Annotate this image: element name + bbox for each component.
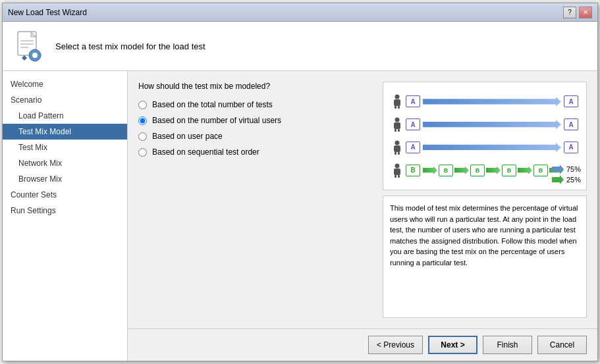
svg-marker-29 — [560, 165, 564, 174]
sidebar-item-test-mix[interactable]: Test Mix — [3, 140, 127, 155]
person-icon-3 — [391, 140, 403, 155]
header-title: Select a test mix model for the load tes… — [55, 41, 205, 51]
description-area: This model of test mix determines the pe… — [383, 195, 587, 318]
badge-a1: A — [406, 95, 420, 107]
svg-point-6 — [32, 53, 38, 58]
option-virtual-users[interactable]: Based on the number of virtual users — [138, 116, 375, 125]
svg-point-12 — [395, 95, 400, 99]
option-total-tests[interactable]: Based on the total number of tests — [138, 100, 375, 109]
sidebar-item-run-settings[interactable]: Run Settings — [3, 203, 127, 219]
legend-item-75: 75% — [552, 165, 581, 174]
option-sequential[interactable]: Based on sequential test order — [138, 147, 375, 157]
radio-total-tests[interactable] — [138, 101, 147, 109]
svg-rect-25 — [394, 169, 400, 175]
option-virtual-users-label: Based on the number of virtual users — [152, 116, 281, 125]
svg-point-20 — [395, 140, 400, 145]
badge-a4: A — [564, 118, 578, 130]
diagram-row-1: A A — [391, 93, 578, 109]
arrow-large-3 — [423, 143, 561, 152]
content-area: Welcome Scenario Load Pattern Test Mix M… — [3, 71, 597, 361]
help-button[interactable]: ? — [563, 7, 576, 18]
sidebar-item-welcome[interactable]: Welcome — [3, 76, 127, 92]
sidebar-item-load-pattern[interactable]: Load Pattern — [3, 108, 127, 124]
diagram-area: A A — [383, 82, 587, 190]
badge-b4: B — [502, 165, 516, 176]
arrow-small-3 — [486, 167, 501, 174]
main-window: New Load Test Wizard ? ✕ — [2, 3, 598, 361]
legend-area: 75% 25% — [552, 165, 581, 184]
option-total-tests-label: Based on the total number of tests — [152, 100, 273, 109]
window-title: New Load Test Wizard — [8, 8, 87, 17]
person-icon-4 — [391, 163, 403, 178]
diagram-row-2: A A — [391, 117, 578, 132]
svg-rect-23 — [398, 152, 400, 155]
badge-a5: A — [406, 142, 420, 153]
svg-rect-27 — [398, 175, 400, 178]
radio-group: Based on the total number of tests Based… — [138, 100, 375, 157]
badge-a2: A — [564, 95, 578, 107]
option-user-pace[interactable]: Based on user pace — [138, 132, 375, 141]
svg-rect-13 — [394, 99, 400, 106]
main-panel: How should the test mix be modeled? Base… — [128, 71, 597, 361]
svg-rect-18 — [395, 129, 396, 132]
svg-rect-22 — [395, 152, 396, 155]
question-text: How should the test mix be modeled? — [138, 82, 375, 91]
title-bar-buttons: ? ✕ — [563, 7, 592, 18]
radio-user-pace[interactable] — [138, 132, 147, 141]
arrow-small-4 — [518, 167, 532, 174]
svg-rect-28 — [552, 167, 560, 172]
badge-a6: A — [564, 142, 578, 153]
svg-point-24 — [395, 163, 400, 168]
legend-label-75: 75% — [566, 165, 581, 173]
badge-b2: B — [439, 165, 453, 176]
sidebar-item-test-mix-model[interactable]: Test Mix Model — [3, 124, 127, 140]
previous-button[interactable]: < Previous — [368, 336, 423, 354]
svg-rect-14 — [395, 106, 396, 109]
diagram-row-4: B B B B B — [391, 163, 578, 178]
next-button[interactable]: Next > — [428, 336, 477, 354]
header: Select a test mix model for the load tes… — [3, 22, 597, 71]
svg-rect-21 — [394, 145, 400, 152]
svg-rect-9 — [28, 55, 31, 56]
option-sequential-label: Based on sequential test order — [152, 147, 259, 157]
sidebar-item-network-mix[interactable]: Network Mix — [3, 155, 127, 171]
sidebar-item-scenario[interactable]: Scenario — [3, 92, 127, 108]
arrow-large-2 — [423, 120, 561, 129]
arrow-small-2 — [454, 167, 469, 174]
wizard-icon — [13, 30, 45, 62]
left-panel: How should the test mix be modeled? Base… — [138, 82, 375, 318]
finish-button[interactable]: Finish — [483, 336, 532, 354]
option-user-pace-label: Based on user pace — [152, 132, 223, 141]
sidebar-item-counter-sets[interactable]: Counter Sets — [3, 187, 127, 203]
diagram-row-3: A A — [391, 140, 578, 155]
person-icon-2 — [391, 117, 403, 132]
badge-b3: B — [470, 165, 485, 176]
legend-label-25: 25% — [566, 176, 581, 184]
title-bar: New Load Test Wizard ? ✕ — [3, 3, 597, 22]
arrow-large-1 — [423, 97, 561, 106]
legend-item-25: 25% — [552, 175, 581, 184]
radio-virtual-users[interactable] — [138, 117, 147, 125]
svg-rect-19 — [398, 129, 400, 132]
right-panel: A A — [383, 82, 587, 318]
main-content: How should the test mix be modeled? Base… — [128, 71, 597, 328]
svg-rect-30 — [552, 177, 560, 182]
svg-marker-31 — [560, 175, 564, 184]
svg-rect-7 — [34, 49, 36, 51]
svg-rect-17 — [394, 122, 400, 129]
svg-rect-26 — [395, 175, 396, 178]
badge-a3: A — [406, 118, 420, 130]
person-icon-1 — [391, 93, 403, 109]
sidebar: Welcome Scenario Load Pattern Test Mix M… — [3, 71, 128, 361]
svg-rect-10 — [39, 55, 41, 56]
radio-sequential[interactable] — [138, 148, 147, 157]
svg-point-16 — [395, 118, 400, 122]
sidebar-item-browser-mix[interactable]: Browser Mix — [3, 171, 127, 187]
close-button[interactable]: ✕ — [579, 7, 592, 18]
cancel-button[interactable]: Cancel — [537, 336, 587, 354]
svg-marker-11 — [22, 55, 27, 61]
badge-b1: B — [406, 165, 420, 176]
svg-rect-8 — [34, 59, 36, 62]
svg-rect-15 — [398, 106, 400, 109]
badge-b5: B — [533, 165, 548, 176]
